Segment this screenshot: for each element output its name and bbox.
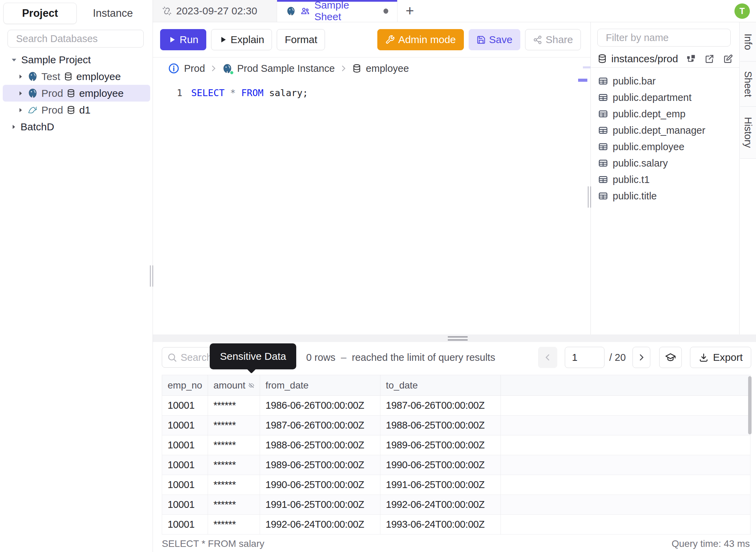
cell-to-date[interactable]: 1990-06-25T00:00:00Z: [380, 455, 501, 475]
sheet-tab-active[interactable]: Sample Sheet: [277, 0, 397, 22]
cell-from-date[interactable]: 1990-06-25T00:00:00Z: [260, 475, 380, 495]
table-row[interactable]: 10001******1986-06-26T00:00:00Z1987-06-2…: [162, 396, 751, 416]
save-label: Save: [489, 34, 512, 45]
sql-editor[interactable]: 1 SELECT * FROM salary;: [153, 79, 590, 334]
cell-to-date[interactable]: 1988-06-25T00:00:00Z: [380, 416, 501, 435]
splitter-drag-handle[interactable]: [448, 336, 468, 342]
tree-node-database-selected[interactable]: Prod employee: [3, 85, 150, 102]
cell-to-date[interactable]: 1993-06-24T00:00:00Z: [380, 515, 501, 535]
column-header-to-date[interactable]: to_date: [380, 375, 501, 396]
new-sheet-button[interactable]: +: [397, 0, 422, 22]
schema-diagram-icon[interactable]: [686, 54, 696, 64]
table-row[interactable]: 10001******1992-06-24T00:00:00Z1993-06-2…: [162, 515, 751, 535]
table-row[interactable]: 10001******1988-06-25T00:00:00Z1989-06-2…: [162, 435, 751, 455]
cell-amount-masked[interactable]: ******: [208, 455, 260, 475]
cell-to-date[interactable]: 1992-06-24T00:00:00Z: [380, 495, 501, 515]
filter-by-name-input[interactable]: [606, 32, 735, 43]
table-list-item[interactable]: public.salary: [591, 155, 739, 171]
run-button[interactable]: Run: [160, 29, 206, 50]
export-button[interactable]: Export: [690, 347, 751, 368]
cell-amount-masked[interactable]: ******: [208, 396, 260, 416]
cell-from-date[interactable]: 1992-06-24T00:00:00Z: [260, 515, 380, 535]
column-header-amount[interactable]: amount: [208, 375, 260, 396]
connection-breadcrumb: Prod Prod Sample Instance employee: [153, 57, 590, 79]
cell-to-date[interactable]: 1991-06-25T00:00:00Z: [380, 475, 501, 495]
edit-icon[interactable]: [723, 54, 733, 64]
table-list-item[interactable]: public.bar: [591, 73, 739, 89]
tree-node-project[interactable]: Sample Project: [3, 51, 150, 68]
cell-emp-no[interactable]: 10001: [162, 515, 208, 535]
cell-to-date[interactable]: 1989-06-25T00:00:00Z: [380, 435, 501, 455]
breadcrumb-instance[interactable]: Prod Sample Instance: [237, 63, 335, 74]
cell-emp-no[interactable]: 10001: [162, 495, 208, 515]
share-button[interactable]: Share: [525, 29, 581, 50]
tree-node-database[interactable]: Test employee: [3, 68, 150, 85]
cell-from-date[interactable]: 1986-06-26T00:00:00Z: [260, 396, 380, 416]
cell-emp-no[interactable]: 10001: [162, 475, 208, 495]
tree-node-database[interactable]: Prod d1: [3, 102, 150, 118]
cell-emp-no[interactable]: 10001: [162, 396, 208, 416]
cell-amount-masked[interactable]: ******: [208, 515, 260, 535]
cell-emp-no[interactable]: 10001: [162, 435, 208, 455]
table-icon: [598, 158, 608, 168]
save-button[interactable]: Save: [469, 29, 520, 50]
table-list-item[interactable]: public.employee: [591, 139, 739, 155]
next-page-button[interactable]: [633, 347, 650, 368]
cell-from-date[interactable]: 1989-06-25T00:00:00Z: [260, 455, 380, 475]
cell-amount-masked[interactable]: ******: [208, 435, 260, 455]
breadcrumb-env[interactable]: Prod: [184, 63, 205, 74]
cell-emp-no[interactable]: 10001: [162, 455, 208, 475]
tab-sheet[interactable]: Sheet: [740, 62, 756, 107]
tab-info[interactable]: Info: [740, 22, 756, 62]
schema-actions: [686, 54, 733, 64]
breadcrumb-database[interactable]: employee: [366, 63, 409, 74]
cell-emp-no[interactable]: 10001: [162, 416, 208, 435]
data-masking-button[interactable]: [659, 347, 682, 368]
cell-amount-masked[interactable]: ******: [208, 475, 260, 495]
cell-from-date[interactable]: 1991-06-25T00:00:00Z: [260, 495, 380, 515]
column-header-from-date[interactable]: from_date: [260, 375, 380, 396]
format-button[interactable]: Format: [277, 29, 325, 50]
cell-from-date[interactable]: 1987-06-26T00:00:00Z: [260, 416, 380, 435]
sheet-tab-unsaved[interactable]: 2023-09-27 02:30: [153, 0, 277, 22]
table-list-item[interactable]: public.title: [591, 188, 739, 204]
table-row[interactable]: 10001******1987-06-26T00:00:00Z1988-06-2…: [162, 416, 751, 435]
column-header-emp-no[interactable]: emp_no: [162, 375, 208, 396]
external-link-icon[interactable]: [704, 54, 715, 64]
tooltip-text: Sensitive Data: [220, 351, 286, 362]
postgres-icon: [27, 71, 38, 82]
tab-instance[interactable]: Instance: [77, 3, 149, 24]
table-list-item[interactable]: public.t1: [591, 171, 739, 188]
table-name: public.title: [613, 190, 657, 202]
cell-amount-masked[interactable]: ******: [208, 416, 260, 435]
download-icon: [699, 352, 709, 363]
results-header-row: emp_no amount from_date to_date: [162, 375, 751, 396]
admin-mode-button[interactable]: Admin mode: [377, 29, 464, 50]
table-list-item[interactable]: public.dept_emp: [591, 106, 739, 122]
panel-resize-handle[interactable]: [588, 186, 591, 208]
page-number-input[interactable]: [565, 347, 604, 368]
explain-button[interactable]: Explain: [211, 29, 272, 50]
cell-from-date[interactable]: 1988-06-25T00:00:00Z: [260, 435, 380, 455]
results-summary: 0 rows – reached the limit of query resu…: [306, 352, 495, 363]
database-icon: [66, 105, 76, 115]
table-row[interactable]: 10001******1989-06-25T00:00:00Z1990-06-2…: [162, 455, 751, 475]
tree-node-project[interactable]: BatchD: [3, 118, 150, 135]
table-row[interactable]: 10001******1991-06-25T00:00:00Z1992-06-2…: [162, 495, 751, 515]
format-label: Format: [285, 34, 317, 45]
table-row[interactable]: 10001******1990-06-25T00:00:00Z1991-06-2…: [162, 475, 751, 495]
results-splitter[interactable]: [153, 334, 756, 342]
table-list-item[interactable]: public.department: [591, 89, 739, 106]
cell-to-date[interactable]: 1987-06-26T00:00:00Z: [380, 396, 501, 416]
table-scrollbar[interactable]: [748, 376, 752, 434]
user-avatar[interactable]: T: [734, 3, 750, 19]
info-icon[interactable]: [168, 63, 180, 74]
tab-history[interactable]: History: [740, 107, 756, 159]
table-list-item[interactable]: public.dept_manager: [591, 122, 739, 139]
sidebar-resize-handle[interactable]: [150, 265, 153, 287]
tabbar-spacer: [422, 0, 734, 22]
search-databases-input[interactable]: [16, 33, 145, 44]
cell-amount-masked[interactable]: ******: [208, 495, 260, 515]
tab-project[interactable]: Project: [3, 3, 77, 24]
prev-page-button[interactable]: [538, 347, 557, 368]
